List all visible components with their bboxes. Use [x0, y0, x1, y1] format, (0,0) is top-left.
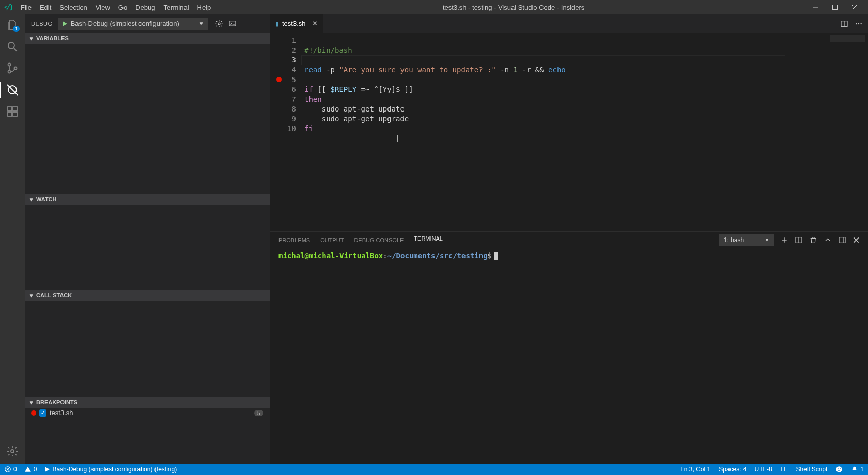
line-number[interactable]: 9 — [270, 114, 296, 124]
status-launch-config[interactable]: Bash-Debug (simplest configuration) (tes… — [44, 466, 177, 473]
minimap[interactable] — [827, 33, 868, 231]
menu-file[interactable]: File — [17, 2, 36, 13]
svg-rect-1 — [833, 5, 838, 10]
code-content[interactable]: #!/bin/bash read -p "Are you sure you wa… — [301, 33, 827, 231]
status-encoding[interactable]: UTF-8 — [755, 466, 772, 473]
line-number[interactable]: 6 — [270, 85, 296, 94]
section-breakpoints-header[interactable]: ▾ BREAKPOINTS — [25, 397, 270, 408]
code-token: if — [304, 85, 313, 93]
start-debug-icon[interactable] — [61, 21, 68, 27]
source-control-icon[interactable] — [6, 62, 19, 74]
menu-selection[interactable]: Selection — [55, 2, 91, 13]
debug-config-select[interactable]: Bash-Debug (simplest configuration) ▼ — [58, 18, 208, 30]
close-tab-icon[interactable]: ✕ — [312, 20, 318, 27]
maximize-panel-icon[interactable] — [824, 236, 832, 244]
editor-tab-test3[interactable]: ▮ test3.sh ✕ — [270, 14, 323, 33]
breakpoint-row[interactable]: ✓ test3.sh 5 — [25, 408, 270, 418]
code-token: [[ — [313, 85, 331, 93]
status-language[interactable]: Shell Script — [796, 466, 828, 473]
panel-tabs: PROBLEMS OUTPUT DEBUG CONSOLE TERMINAL 1… — [270, 232, 868, 248]
status-lncol[interactable]: Ln 3, Col 1 — [680, 466, 710, 473]
maximize-icon[interactable] — [832, 4, 844, 10]
menu-edit[interactable]: Edit — [36, 2, 55, 13]
close-panel-icon[interactable] — [853, 236, 860, 244]
titlebar: File Edit Selection View Go Debug Termin… — [0, 0, 868, 14]
chevron-down-icon: ▾ — [30, 35, 33, 42]
svg-point-35 — [838, 468, 839, 469]
svg-point-6 — [8, 64, 11, 66]
line-number[interactable]: 1 — [270, 36, 296, 45]
new-terminal-icon[interactable] — [780, 236, 788, 244]
terminal-user: michal@michal-VirtualBox — [278, 251, 383, 260]
breakpoint-checkbox[interactable]: ✓ — [39, 409, 47, 417]
section-watch-label: WATCH — [36, 196, 57, 202]
panel-tab-debugconsole[interactable]: DEBUG CONSOLE — [354, 237, 404, 243]
split-terminal-icon[interactable] — [795, 236, 803, 244]
kill-terminal-icon[interactable] — [809, 236, 817, 244]
line-number[interactable]: 5 — [270, 75, 296, 85]
status-eol[interactable]: LF — [781, 466, 788, 473]
section-callstack-body — [25, 301, 270, 397]
split-editor-icon[interactable] — [840, 20, 848, 28]
explorer-icon[interactable]: 1 — [6, 19, 19, 31]
line-number[interactable]: 7 — [270, 94, 296, 104]
panel-tab-terminal[interactable]: TERMINAL — [414, 235, 443, 245]
status-feedback-icon[interactable] — [835, 466, 843, 473]
status-notifications[interactable]: 1 — [851, 466, 864, 473]
current-line-highlight — [301, 55, 785, 65]
code-token: 1 — [514, 66, 518, 74]
editor-tabs: ▮ test3.sh ✕ — [270, 14, 868, 33]
bottom-panel: PROBLEMS OUTPUT DEBUG CONSOLE TERMINAL 1… — [270, 231, 868, 464]
section-callstack-header[interactable]: ▾ CALL STACK — [25, 290, 270, 301]
svg-rect-14 — [13, 112, 17, 116]
menu-help[interactable]: Help — [193, 2, 215, 13]
status-errors[interactable]: 0 — [4, 466, 17, 473]
line-number[interactable]: 3 — [270, 55, 296, 65]
editor-group: ▮ test3.sh ✕ 1 2 3 4 5 6 — [270, 14, 868, 464]
more-actions-icon[interactable] — [855, 20, 863, 28]
close-icon[interactable] — [851, 4, 864, 10]
debug-settings-icon[interactable] — [215, 20, 223, 28]
line-number[interactable]: 10 — [270, 124, 296, 134]
section-watch-header[interactable]: ▾ WATCH — [25, 194, 270, 205]
line-number[interactable]: 4 — [270, 65, 296, 75]
toggle-panel-icon[interactable] — [838, 236, 846, 244]
panel-tab-problems[interactable]: PROBLEMS — [278, 237, 310, 243]
svg-point-21 — [858, 23, 859, 24]
line-gutter[interactable]: 1 2 3 4 5 6 7 8 9 10 — [270, 33, 301, 231]
code-token: $REPLY — [331, 85, 357, 93]
debug-icon[interactable] — [6, 84, 19, 96]
terminal-select-label: 1: bash — [724, 236, 744, 244]
section-variables-header[interactable]: ▾ VARIABLES — [25, 33, 270, 44]
window-controls — [812, 4, 864, 10]
debug-console-icon[interactable] — [228, 20, 237, 28]
panel-tab-output[interactable]: OUTPUT — [320, 237, 344, 243]
line-number[interactable]: 8 — [270, 104, 296, 114]
line-number[interactable]: 2 — [270, 45, 296, 55]
editor-area[interactable]: 1 2 3 4 5 6 7 8 9 10 #!/bin/bash read -p… — [270, 33, 868, 231]
status-warnings[interactable]: 0 — [24, 466, 37, 473]
chevron-down-icon[interactable]: ▼ — [199, 21, 204, 26]
extensions-icon[interactable] — [6, 105, 19, 118]
status-spaces[interactable]: Spaces: 4 — [719, 466, 746, 473]
terminal-colon: : — [383, 251, 387, 260]
section-breakpoints-label: BREAKPOINTS — [36, 399, 78, 405]
section-variables-label: VARIABLES — [36, 35, 69, 41]
code-token: fi — [304, 124, 313, 133]
code-token: sudo apt-get upgrade — [304, 115, 409, 123]
menu-debug[interactable]: Debug — [131, 2, 159, 13]
status-warnings-count: 0 — [34, 466, 37, 473]
terminal-select[interactable]: 1: bash ▼ — [719, 234, 774, 246]
menu-view[interactable]: View — [91, 2, 114, 13]
breakpoint-line-badge: 5 — [254, 410, 264, 416]
settings-gear-icon[interactable] — [6, 445, 19, 457]
status-launch-label: Bash-Debug (simplest configuration) (tes… — [52, 466, 177, 473]
terminal-body[interactable]: michal@michal-VirtualBox:~/Documents/src… — [270, 248, 868, 464]
minimize-icon[interactable] — [812, 4, 825, 10]
search-icon[interactable] — [6, 40, 19, 53]
menu-terminal[interactable]: Terminal — [159, 2, 193, 13]
menu-go[interactable]: Go — [114, 2, 131, 13]
svg-line-5 — [14, 48, 17, 51]
section-callstack-label: CALL STACK — [36, 292, 72, 298]
svg-rect-17 — [229, 21, 236, 25]
